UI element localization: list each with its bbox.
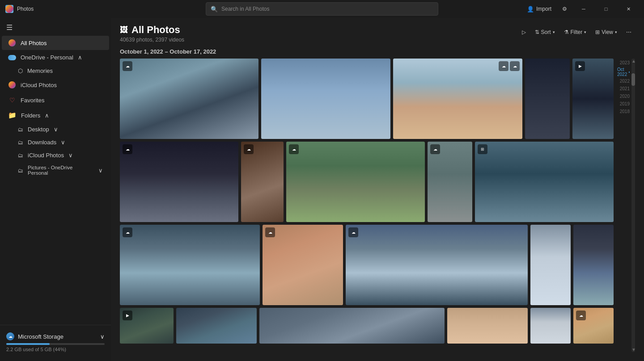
sidebar-item-icloud-folder[interactable]: 🗂 iCloud Photos ∨: [2, 149, 109, 161]
photo-badge-cloud: ☁: [265, 227, 275, 237]
main-layout: ☰ All Photos OneDrive - Personal ∧ ⬡ Mem…: [0, 18, 644, 361]
scrollbar-thumb[interactable]: [631, 73, 635, 86]
sidebar-item-pictures[interactable]: 🗂 Pictures - OneDrive Personal ∨: [2, 162, 109, 178]
sidebar-item-downloads[interactable]: 🗂 Downloads ∨: [2, 136, 109, 148]
photo-item[interactable]: [447, 308, 528, 344]
photo-item[interactable]: ☁: [120, 142, 238, 222]
photo-badge-cloud: ☁: [576, 311, 586, 320]
scrollbar-up-arrow[interactable]: ▲: [631, 59, 635, 63]
content-toolbar: ▷ ⇅ Sort ▾ ⚗ Filter ▾ ⊞ View ▾: [518, 27, 635, 38]
sidebar-item-all-photos[interactable]: All Photos: [2, 36, 109, 50]
close-button[interactable]: ✕: [618, 2, 639, 16]
year-labels: 2023 Oct 2022 2022 2021 2020 2019 2018: [617, 59, 630, 352]
grid-view-icon: ⊞: [595, 29, 600, 35]
photo-badge-cloud: ☁: [244, 144, 254, 154]
memories-icon: ⬡: [18, 67, 23, 74]
sidebar-folders-section[interactable]: 📁 Folders ∧: [2, 108, 109, 122]
photo-item[interactable]: [530, 225, 571, 305]
photo-grid: ☁ ☁ ☁: [120, 59, 614, 352]
content-subtitle: 40639 photos, 2397 videos: [120, 37, 184, 43]
hamburger-menu[interactable]: ☰: [0, 20, 111, 35]
downloads-folder-icon: 🗂: [18, 139, 23, 146]
filter-button[interactable]: ⚗ Filter ▾: [560, 27, 590, 38]
sort-chevron-icon: ▾: [553, 30, 555, 34]
folder-icon: 📁: [8, 111, 17, 119]
search-bar[interactable]: 🔍 Search in All Photos: [206, 2, 438, 16]
pictures-folder-icon: 🗂: [18, 167, 23, 174]
year-2023[interactable]: 2023: [620, 59, 630, 66]
year-2021[interactable]: 2021: [620, 85, 630, 92]
slideshow-icon: ▷: [522, 29, 526, 35]
photo-item[interactable]: ☁: [120, 59, 258, 139]
year-2020[interactable]: 2020: [620, 93, 630, 100]
chevron-down-icon: ∨: [54, 126, 58, 133]
chevron-down-icon5: ∨: [100, 333, 105, 340]
photo-item[interactable]: ☁: [241, 142, 284, 222]
photo-item[interactable]: ⊞: [475, 142, 614, 222]
oct-2022-label[interactable]: Oct 2022: [617, 67, 628, 77]
year-2019[interactable]: 2019: [620, 101, 630, 107]
more-options-button[interactable]: ⋯: [623, 27, 635, 38]
heart-icon: ♡: [8, 96, 16, 104]
photo-item[interactable]: ☁: [573, 308, 614, 344]
photo-badge-cloud: ☁: [123, 227, 132, 237]
photo-item[interactable]: [259, 308, 445, 344]
scrollbar-down-arrow[interactable]: ▼: [631, 347, 635, 352]
photo-badge-cloud2: ☁: [510, 61, 520, 71]
desktop-folder-icon: 🗂: [18, 126, 23, 133]
photo-item[interactable]: ▶: [572, 59, 614, 139]
chevron-down-icon3: ∨: [68, 152, 73, 159]
storage-bar-background: [6, 343, 105, 345]
photo-item[interactable]: ▶: [120, 308, 174, 344]
photo-row: ☁ ☁ ☁: [120, 59, 614, 139]
storage-icon: ☁: [6, 332, 14, 340]
year-2018[interactable]: 2018: [620, 108, 630, 115]
photo-item[interactable]: [573, 225, 614, 305]
storage-header[interactable]: ☁ Microsoft Storage ∨: [6, 332, 105, 340]
sort-button[interactable]: ⇅ Sort ▾: [531, 27, 559, 38]
sidebar-item-favorites[interactable]: ♡ Favorites: [2, 93, 109, 107]
photo-item[interactable]: [525, 59, 570, 139]
year-2022[interactable]: 2022: [620, 78, 630, 84]
sidebar-onedrive-section[interactable]: OneDrive - Personal ∧: [2, 51, 109, 64]
photo-badge-video: ▶: [575, 61, 585, 71]
view-button[interactable]: ⊞ View ▾: [592, 27, 621, 38]
photo-item[interactable]: ☁: [428, 142, 472, 222]
chevron-up-icon2: ∧: [45, 112, 49, 119]
photo-badge-video: ▶: [123, 311, 132, 320]
minimize-button[interactable]: ─: [573, 2, 594, 16]
app-icon: [5, 5, 13, 13]
photo-item[interactable]: ☁: [286, 142, 425, 222]
settings-button[interactable]: ⚙: [558, 4, 572, 14]
filter-icon: ⚗: [564, 29, 569, 35]
photo-item[interactable]: ☁: [263, 225, 343, 305]
photo-badge-cloud: ☁: [430, 144, 440, 154]
maximize-button[interactable]: □: [596, 2, 616, 16]
photo-item[interactable]: [261, 59, 390, 139]
sidebar-item-memories[interactable]: ⬡ Memories: [2, 65, 109, 77]
import-button[interactable]: 👤 Import: [522, 4, 556, 14]
photo-badge-cloud: ☁: [123, 144, 132, 154]
content-area: 🖼 All Photos 40639 photos, 2397 videos ▷…: [111, 18, 644, 361]
photos-grid-icon: 🖼: [120, 25, 128, 35]
icloud-folder-icon: 🗂: [18, 152, 23, 159]
photo-item[interactable]: ☁: [120, 225, 260, 305]
photo-badge-cloud: ☁: [289, 144, 299, 154]
chevron-down-icon2: ∨: [61, 139, 65, 146]
title-bar-actions: 👤 Import ⚙ ─ □ ✕: [522, 2, 639, 16]
date-range-label: October 1, 2022 – October 17, 2022: [111, 46, 644, 59]
chevron-up-icon: ∧: [78, 54, 82, 61]
content-title: 🖼 All Photos: [120, 24, 184, 36]
photo-item[interactable]: ☁: [346, 225, 528, 305]
close-icon: ✕: [627, 6, 631, 12]
photo-item[interactable]: [176, 308, 257, 344]
timeline-bar: ▲ ▼ 2023 Oct 2022 2022 2021 2020 2019 20…: [617, 59, 635, 352]
photo-item[interactable]: ☁ ☁: [393, 59, 522, 139]
photo-item[interactable]: [530, 308, 571, 344]
sidebar-item-icloud[interactable]: iCloud Photos: [2, 78, 109, 92]
photo-badge-screen: ⊞: [478, 144, 487, 154]
slideshow-button[interactable]: ▷: [518, 27, 530, 38]
sidebar-item-desktop[interactable]: 🗂 Desktop ∨: [2, 123, 109, 135]
photo-grid-container[interactable]: ☁ ☁ ☁: [111, 59, 644, 361]
search-icon: 🔍: [211, 6, 218, 13]
